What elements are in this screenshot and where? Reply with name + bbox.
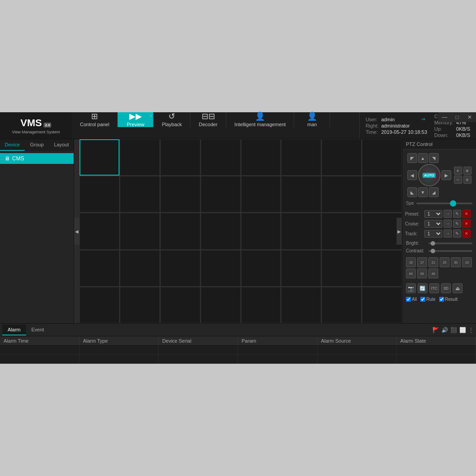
ptz-up[interactable]: ▲ <box>418 153 428 163</box>
minimize-btn[interactable]: — <box>438 112 451 122</box>
nav-man[interactable]: 👤 man <box>294 112 330 127</box>
ptz-left[interactable]: ◀ <box>407 170 417 180</box>
grid-cell-2[interactable] <box>160 139 200 176</box>
cruise-select[interactable]: 1 <box>424 220 442 228</box>
nav-preview[interactable]: ▶▶ Preview <box>118 112 154 127</box>
grid-cell-37[interactable] <box>281 287 321 323</box>
preset-delete[interactable]: ✕ <box>463 210 471 218</box>
layout-btn-21[interactable]: 21 <box>428 257 438 267</box>
checkbox-result-label[interactable]: Result <box>439 297 458 302</box>
contrast-slider[interactable] <box>428 250 472 252</box>
grid-cell-25[interactable] <box>120 250 160 286</box>
cruise-delete[interactable]: ✕ <box>463 220 471 228</box>
tab-layout[interactable]: Layout <box>49 139 74 151</box>
grid-cell-17[interactable] <box>120 213 160 249</box>
alarm-more-btn[interactable]: ⋮ <box>468 327 474 333</box>
collapse-left-arrow[interactable]: ◀ <box>74 218 79 245</box>
nav-decoder[interactable]: ⊟⊟ Decoder <box>190 112 226 127</box>
alarm-flag-btn[interactable]: 🚩 <box>432 327 439 333</box>
tab-device[interactable]: Device <box>0 139 25 151</box>
grid-cell-5[interactable] <box>281 139 321 176</box>
preview-close[interactable]: ✕ <box>149 114 153 118</box>
grid-cell-27[interactable] <box>201 250 241 286</box>
grid-cell-7[interactable] <box>362 139 402 176</box>
grid-cell-34[interactable] <box>160 287 200 323</box>
nav-playback[interactable]: ↺ Playback <box>154 112 190 127</box>
grid-cell-38[interactable] <box>322 287 361 323</box>
grid-cell-1[interactable] <box>120 139 160 176</box>
layout-btn-25[interactable]: 25 <box>440 257 450 267</box>
sidebar-item-cms[interactable]: 🖥 CMS <box>0 153 74 164</box>
preset-goto[interactable]: → <box>444 210 452 218</box>
grid-cell-30[interactable] <box>322 250 361 286</box>
cruise-edit[interactable]: ✎ <box>453 220 461 228</box>
ptz-iris-close[interactable]: ⊖ <box>463 176 472 184</box>
checkbox-all-label[interactable]: All <box>406 297 417 302</box>
ptz-up-left[interactable]: ◤ <box>407 153 417 163</box>
grid-cell-22[interactable] <box>322 213 361 249</box>
cruise-goto[interactable]: → <box>444 220 452 228</box>
grid-cell-16[interactable] <box>79 213 119 249</box>
grid-cell-24[interactable] <box>79 250 119 286</box>
maximize-btn[interactable]: □ <box>451 112 463 122</box>
ptz-down-left[interactable]: ◣ <box>407 187 417 197</box>
layout-btn-99[interactable]: 99 <box>417 269 427 278</box>
grid-cell-3[interactable] <box>201 139 241 176</box>
grid-cell-6[interactable] <box>322 139 361 176</box>
grid-cell-35[interactable] <box>201 287 241 323</box>
alarm-expand-btn[interactable]: ⬛ <box>450 327 457 333</box>
preset-select[interactable]: 1 <box>424 210 442 218</box>
grid-cell-13[interactable] <box>281 176 321 212</box>
grid-cell-39[interactable] <box>362 287 402 323</box>
speed-slider[interactable] <box>416 203 472 204</box>
track-goto[interactable]: → <box>444 229 452 238</box>
grid-cell-20[interactable] <box>241 213 281 249</box>
grid-cell-8[interactable] <box>79 176 119 212</box>
ptz-up-right[interactable]: ◥ <box>429 153 439 163</box>
grid-cell-0[interactable] <box>79 139 119 176</box>
grid-cell-33[interactable] <box>120 287 160 323</box>
grid-cell-11[interactable] <box>201 176 241 212</box>
grid-cell-28[interactable] <box>241 250 281 286</box>
alarm-minimize-btn[interactable]: ⬜ <box>459 327 466 333</box>
nav-intelligent[interactable]: 👤 Intelligent management <box>226 112 294 127</box>
logout-btn[interactable]: ⇒ <box>421 116 425 122</box>
grid-cell-26[interactable] <box>160 250 200 286</box>
checkbox-rule-label[interactable]: Rule <box>420 297 436 302</box>
nav-control-panel[interactable]: ⊞ Control panel <box>72 112 118 127</box>
ptz-down-right[interactable]: ◢ <box>429 187 439 197</box>
3d-btn[interactable]: 3D <box>441 283 451 293</box>
track-select[interactable]: 1 <box>424 230 442 238</box>
checkbox-result[interactable] <box>439 297 444 302</box>
grid-cell-31[interactable] <box>362 250 402 286</box>
itc-btn[interactable]: ITC <box>429 283 439 293</box>
layout-btn-64[interactable]: 64 <box>406 269 416 278</box>
tab-event[interactable]: Event <box>26 325 49 335</box>
grid-cell-14[interactable] <box>322 176 361 212</box>
grid-cell-19[interactable] <box>201 213 241 249</box>
ptz-right[interactable]: ▶ <box>441 170 451 180</box>
grid-cell-4[interactable] <box>241 139 281 176</box>
grid-cell-9[interactable] <box>120 176 160 212</box>
preset-save[interactable]: ✎ <box>453 210 461 218</box>
rotate-btn[interactable]: 🔄 <box>418 283 428 293</box>
grid-cell-29[interactable] <box>281 250 321 286</box>
grid-cell-21[interactable] <box>281 213 321 249</box>
grid-cell-36[interactable] <box>241 287 281 323</box>
grid-cell-18[interactable] <box>160 213 200 249</box>
track-edit[interactable]: ✎ <box>453 229 461 238</box>
eject-btn[interactable]: ⏏ <box>453 283 463 293</box>
ptz-down[interactable]: ▼ <box>418 187 428 197</box>
tab-group[interactable]: Group <box>25 139 49 151</box>
grid-cell-12[interactable] <box>241 176 281 212</box>
tab-alarm[interactable]: Alarm <box>2 325 26 335</box>
collapse-right-arrow[interactable]: ▶ <box>397 218 402 245</box>
ptz-center[interactable]: AUTO <box>418 164 441 186</box>
screenshot-btn[interactable]: 📷 <box>406 283 416 293</box>
layout-btn-17[interactable]: 17 <box>417 257 427 267</box>
layout-btn-10[interactable]: 10 <box>462 257 472 267</box>
layout-btn-30[interactable]: 30 <box>451 257 461 267</box>
track-delete[interactable]: ✕ <box>463 229 471 238</box>
layout-btn-48[interactable]: 48 <box>428 269 438 278</box>
bright-slider[interactable] <box>428 242 472 244</box>
